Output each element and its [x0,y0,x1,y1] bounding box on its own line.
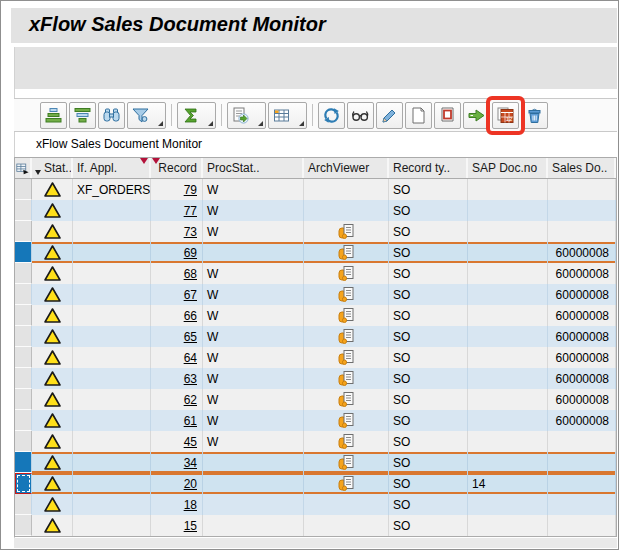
row-selector[interactable] [15,221,32,242]
copy-button[interactable] [434,102,461,129]
row-selector[interactable] [15,452,32,473]
export-button[interactable] [227,102,266,129]
archive-date-button[interactable]: 12 [492,102,519,129]
row-selector[interactable] [15,305,32,326]
row-selector[interactable] [15,473,32,494]
archviewer-icon[interactable] [338,412,355,429]
warning-icon[interactable] [44,182,61,197]
warning-icon[interactable] [44,224,61,239]
edit-button[interactable] [376,102,403,129]
archviewer-icon[interactable] [338,265,355,282]
row-selector[interactable] [15,410,32,431]
toolbar-separator [221,104,222,126]
refresh-button[interactable] [318,102,345,129]
find-button[interactable] [98,102,125,129]
warning-icon[interactable] [44,476,61,491]
cell-if-appl [73,494,151,515]
record-link[interactable]: 79 [184,183,197,197]
column-header-if-appl[interactable]: If. Appl. [73,158,151,178]
warning-icon[interactable] [44,455,61,470]
archviewer-icon[interactable] [338,454,355,471]
record-link[interactable]: 67 [184,288,197,302]
record-link[interactable]: 45 [184,435,197,449]
warning-icon[interactable] [44,203,61,218]
archviewer-icon[interactable] [338,307,355,324]
warning-icon[interactable] [44,434,61,449]
warning-icon[interactable] [44,350,61,365]
transfer-button[interactable] [463,102,490,129]
warning-icon[interactable] [44,245,61,260]
row-selector[interactable] [15,263,32,284]
sort-descending-button[interactable] [69,102,96,129]
record-link[interactable]: 34 [184,456,197,470]
column-header-procstat[interactable]: ProcStat.. [203,158,304,178]
cell-if-appl [73,389,151,410]
column-header-status[interactable]: Stat.. [32,158,73,178]
record-link[interactable]: 63 [184,372,197,386]
select-all-button[interactable] [15,158,32,178]
record-link[interactable]: 65 [184,330,197,344]
cell-sap-doc-no [468,494,548,515]
record-link[interactable]: 66 [184,309,197,323]
warning-icon[interactable] [44,497,61,512]
display-button[interactable] [347,102,374,129]
cell-if-appl [73,347,151,368]
column-header-archviewer[interactable]: ArchViewer [304,158,389,178]
record-link[interactable]: 15 [184,519,197,533]
warning-icon[interactable] [44,518,61,533]
warning-icon[interactable] [44,413,61,428]
sap-window: xFlow Sales Document Monitor [0,0,619,550]
warning-icon[interactable] [44,371,61,386]
choose-layout-button[interactable] [268,102,307,129]
record-link[interactable]: 61 [184,414,197,428]
record-link[interactable]: 62 [184,393,197,407]
cell-archviewer [304,494,389,515]
archviewer-icon[interactable] [338,475,355,492]
record-link[interactable]: 20 [184,477,197,491]
column-header-sap-doc-no[interactable]: SAP Doc.no [468,158,548,178]
row-selector[interactable] [15,368,32,389]
total-button[interactable] [177,102,216,129]
filter-button[interactable] [127,102,166,129]
column-header-sales-doc[interactable]: Sales Do.. [548,158,616,178]
archviewer-icon[interactable] [338,244,355,261]
row-selector[interactable] [15,515,32,536]
sort-ascending-button[interactable] [40,102,67,129]
grid-header-row: Stat.. If. Appl. Record ProcStat.. ArchV… [15,158,616,179]
archviewer-icon[interactable] [338,328,355,345]
archviewer-icon[interactable] [338,286,355,303]
row-selector[interactable] [15,389,32,410]
record-link[interactable]: 18 [184,498,197,512]
row-selector[interactable] [15,347,32,368]
archviewer-icon[interactable] [338,370,355,387]
record-link[interactable]: 64 [184,351,197,365]
archviewer-icon[interactable] [338,433,355,450]
record-link[interactable]: 69 [184,246,197,260]
row-selector[interactable] [15,179,32,200]
warning-icon[interactable] [44,329,61,344]
row-selector[interactable] [15,431,32,452]
cell-record-type: SO [389,452,468,473]
record-link[interactable]: 77 [184,204,197,218]
warning-icon[interactable] [44,287,61,302]
warning-icon[interactable] [44,308,61,323]
cell-if-appl [73,452,151,473]
row-selector[interactable] [15,284,32,305]
archviewer-icon[interactable] [338,349,355,366]
row-selector[interactable] [15,242,32,263]
warning-icon[interactable] [44,266,61,281]
record-link[interactable]: 68 [184,267,197,281]
row-selector[interactable] [15,200,32,221]
row-selector[interactable] [15,326,32,347]
cell-record: 45 [151,431,203,452]
warning-icon[interactable] [44,392,61,407]
delete-button[interactable] [521,102,548,129]
archviewer-icon[interactable] [338,391,355,408]
record-link[interactable]: 73 [184,225,197,239]
column-header-record[interactable]: Record [151,158,203,178]
row-selector[interactable] [15,494,32,515]
column-header-record-type[interactable]: Record ty.. [389,158,468,178]
create-button[interactable] [405,102,432,129]
archviewer-icon[interactable] [338,223,355,240]
sort-ascending-icon [44,106,63,125]
